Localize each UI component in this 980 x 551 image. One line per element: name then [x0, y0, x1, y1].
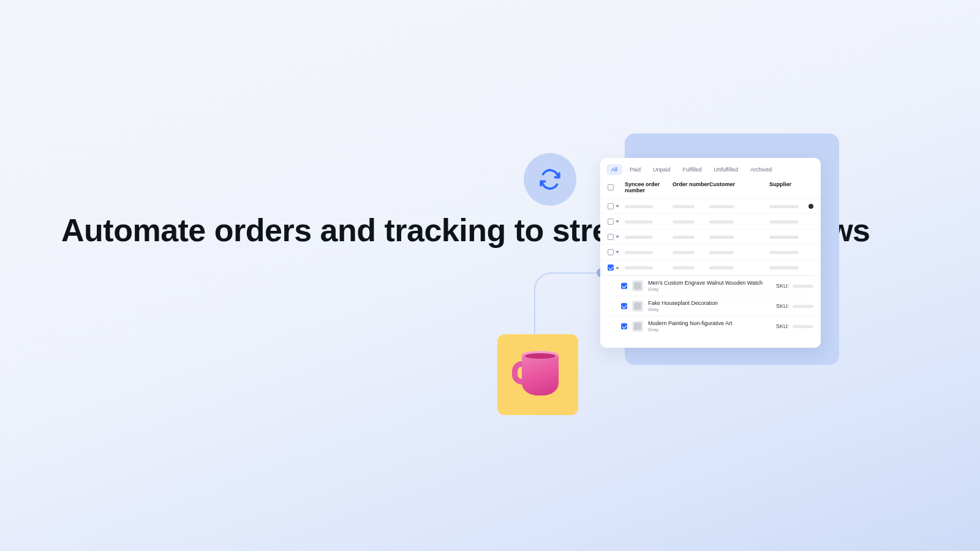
sku-label: SKU:: [776, 283, 789, 289]
table-row[interactable]: [600, 230, 821, 245]
tab-fulfilled[interactable]: Fulfilled: [678, 164, 707, 175]
product-card: [497, 334, 578, 415]
connector-line: [534, 272, 601, 340]
table-row[interactable]: [600, 199, 821, 214]
mug-icon: [512, 353, 564, 397]
line-item-title: Modern Painting Non-figurative Art: [648, 320, 733, 326]
line-items: Men's Custom Engrave Walnut Wooden Watch…: [600, 276, 821, 339]
col-syncee-order: Syncee order number: [625, 181, 673, 193]
col-customer: Customer: [709, 181, 753, 193]
row-checkbox[interactable]: [608, 234, 614, 240]
line-item-variant: Grey: [648, 287, 763, 292]
line-item-variant: Grey: [648, 327, 733, 332]
col-order-number: Order number: [673, 181, 709, 193]
line-item-variant: Grey: [648, 307, 718, 312]
table-header: Syncee order number Order number Custome…: [600, 175, 821, 199]
tab-all[interactable]: All: [606, 164, 622, 175]
status-dot: [809, 204, 813, 209]
chevron-down-icon[interactable]: [616, 220, 619, 223]
line-item[interactable]: Modern Painting Non-figurative Art Grey …: [608, 316, 813, 336]
order-tabs: All Paid Unpaid Fulfilled Unfulfilled Ar…: [600, 158, 821, 175]
sync-icon: [538, 167, 562, 192]
line-item-title: Men's Custom Engrave Walnut Wooden Watch: [648, 280, 763, 286]
sku-label: SKU:: [776, 323, 789, 329]
table-row[interactable]: [600, 245, 821, 260]
row-checkbox[interactable]: [608, 249, 614, 255]
tab-unpaid[interactable]: Unpaid: [648, 164, 676, 175]
tab-paid[interactable]: Paid: [625, 164, 646, 175]
line-item-title: Fake Houseplant Decoration: [648, 300, 718, 306]
tab-unfulfilled[interactable]: Unfulfilled: [709, 164, 744, 175]
product-thumbnail: [632, 321, 643, 332]
chevron-down-icon[interactable]: [616, 205, 619, 208]
line-item-checkbox[interactable]: [621, 323, 627, 329]
line-item[interactable]: Men's Custom Engrave Walnut Wooden Watch…: [608, 276, 813, 296]
sku-label: SKU:: [776, 303, 789, 309]
tab-archived[interactable]: Archived: [745, 164, 777, 175]
line-item-checkbox[interactable]: [621, 283, 627, 289]
product-thumbnail: [632, 301, 643, 312]
chevron-up-icon[interactable]: [616, 266, 619, 269]
select-all-checkbox[interactable]: [608, 184, 614, 190]
line-item[interactable]: Fake Houseplant Decoration Grey SKU:: [608, 296, 813, 316]
chevron-down-icon[interactable]: [616, 236, 619, 238]
row-checkbox[interactable]: [608, 219, 614, 225]
panel-front-card: All Paid Unpaid Fulfilled Unfulfilled Ar…: [600, 158, 821, 348]
table-row[interactable]: [600, 214, 821, 230]
sync-badge: [524, 153, 576, 206]
chevron-down-icon[interactable]: [616, 251, 619, 253]
line-item-checkbox[interactable]: [621, 303, 627, 309]
col-supplier: Supplier: [769, 181, 813, 193]
row-checkbox[interactable]: [608, 203, 614, 209]
row-checkbox[interactable]: [608, 264, 614, 271]
table-row[interactable]: [600, 260, 821, 276]
product-thumbnail: [632, 280, 643, 291]
